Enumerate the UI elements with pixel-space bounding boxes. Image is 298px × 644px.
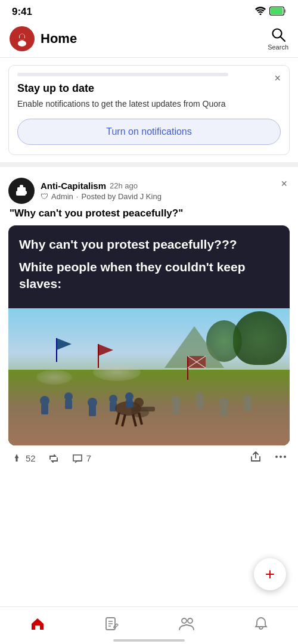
upvote-icon (11, 453, 23, 465)
nav-spaces[interactable] (169, 613, 204, 634)
feed-source: Anti-Capitalism (41, 181, 106, 191)
comment-count: 7 (86, 453, 91, 463)
svg-rect-2 (271, 7, 283, 14)
comment-icon (72, 453, 83, 465)
svg-point-42 (134, 398, 144, 407)
svg-rect-28 (65, 400, 72, 409)
nav-home[interactable] (20, 613, 55, 634)
svg-point-58 (188, 618, 193, 623)
status-time: 9:41 (12, 6, 32, 18)
more-icon (274, 450, 287, 463)
svg-rect-34 (172, 404, 179, 414)
feed-role: Admin (51, 192, 73, 201)
home-icon (29, 615, 46, 632)
more-options-button[interactable] (274, 450, 287, 467)
battle-scene (8, 308, 290, 445)
feed-card: Anti-Capitalism 22h ago 🛡 Admin · Posted… (0, 169, 298, 472)
svg-point-39 (243, 395, 252, 403)
feed-time: 22h ago (110, 181, 138, 190)
svg-marker-16 (98, 344, 113, 356)
share-button[interactable] (249, 450, 262, 467)
svg-point-8 (20, 37, 25, 40)
svg-point-52 (284, 456, 286, 458)
search-button[interactable]: Search (268, 27, 288, 51)
feed-meta-bottom: 🛡 Admin · Posted by David J King (41, 192, 162, 201)
svg-rect-48 (126, 400, 133, 408)
svg-point-6 (18, 41, 26, 47)
people-icon (178, 615, 195, 632)
feed-posted-by: Posted by David J King (81, 192, 161, 201)
section-divider (0, 162, 298, 167)
notification-close-button[interactable]: × (274, 73, 281, 83)
feed-close-button[interactable]: × (278, 178, 290, 190)
feed-actions: 52 7 (8, 445, 290, 472)
notification-title: Stay up to date (17, 82, 281, 95)
nav-notifications[interactable] (243, 613, 279, 634)
comment-button[interactable]: 7 (72, 453, 91, 465)
meme-text-area: Why can't you protest peacefully??? Whit… (8, 225, 290, 308)
home-indicator (113, 639, 185, 642)
svg-point-27 (64, 392, 73, 401)
turn-on-notifications-button[interactable]: Turn on notifications (17, 119, 281, 145)
share-icon (249, 450, 262, 463)
feed-avatar (8, 178, 35, 204)
svg-rect-38 (220, 405, 227, 416)
battery-icon (269, 7, 286, 18)
meme-card: Why can't you protest peacefully??? Whit… (8, 225, 290, 445)
shield-icon: 🛡 (41, 192, 48, 201)
feed-separator: · (76, 192, 79, 201)
svg-marker-18 (57, 338, 72, 350)
feed-meta: Anti-Capitalism 22h ago 🛡 Admin · Posted… (41, 181, 162, 201)
svg-point-47 (125, 392, 134, 401)
meme-line-2: White people when they couldn't keep sla… (19, 259, 279, 293)
notification-progress-bar (17, 73, 228, 76)
svg-point-57 (182, 618, 187, 623)
nav-write[interactable] (94, 613, 130, 634)
svg-point-35 (195, 392, 204, 401)
svg-line-43 (116, 413, 119, 425)
bottom-nav (0, 606, 298, 644)
search-label: Search (268, 44, 288, 51)
feed-question: "Why can't you protest peacefully?" (8, 208, 290, 219)
svg-point-50 (275, 456, 278, 458)
svg-point-31 (109, 395, 117, 403)
svg-line-10 (281, 37, 285, 41)
svg-rect-3 (284, 9, 286, 13)
status-icons (255, 7, 286, 18)
meme-line-1: Why can't you protest peacefully??? (19, 236, 279, 253)
quora-logo (10, 26, 35, 51)
battle-svg (8, 308, 290, 445)
svg-line-44 (122, 414, 125, 426)
svg-rect-40 (244, 402, 251, 411)
upvote-button[interactable]: 52 (11, 453, 36, 465)
feed-card-header-left: Anti-Capitalism 22h ago 🛡 Admin · Posted… (8, 178, 162, 204)
page-title: Home (41, 31, 77, 47)
search-icon (271, 27, 286, 42)
svg-rect-49 (16, 458, 18, 462)
header-left: Home (10, 26, 77, 51)
retweet-button[interactable] (48, 453, 60, 465)
app-header: Home Search (0, 21, 298, 58)
meme-battle-image (8, 308, 290, 445)
notification-card: × Stay up to date Enable notifications t… (8, 65, 290, 155)
create-fab[interactable]: + (254, 558, 286, 590)
feed-meta-top: Anti-Capitalism 22h ago (41, 181, 162, 191)
wifi-icon (255, 7, 266, 17)
notification-description: Enable notifications to get the latest u… (17, 98, 281, 110)
feed-card-header: Anti-Capitalism 22h ago 🛡 Admin · Posted… (8, 178, 290, 204)
svg-point-51 (280, 456, 282, 458)
bell-icon (253, 615, 269, 632)
svg-rect-30 (89, 405, 96, 416)
edit-icon (104, 615, 120, 632)
svg-rect-26 (41, 404, 48, 414)
svg-point-0 (260, 14, 262, 16)
upvote-count: 52 (26, 453, 36, 463)
svg-rect-36 (196, 400, 203, 409)
status-bar: 9:41 (0, 0, 298, 21)
retweet-icon (48, 453, 60, 465)
